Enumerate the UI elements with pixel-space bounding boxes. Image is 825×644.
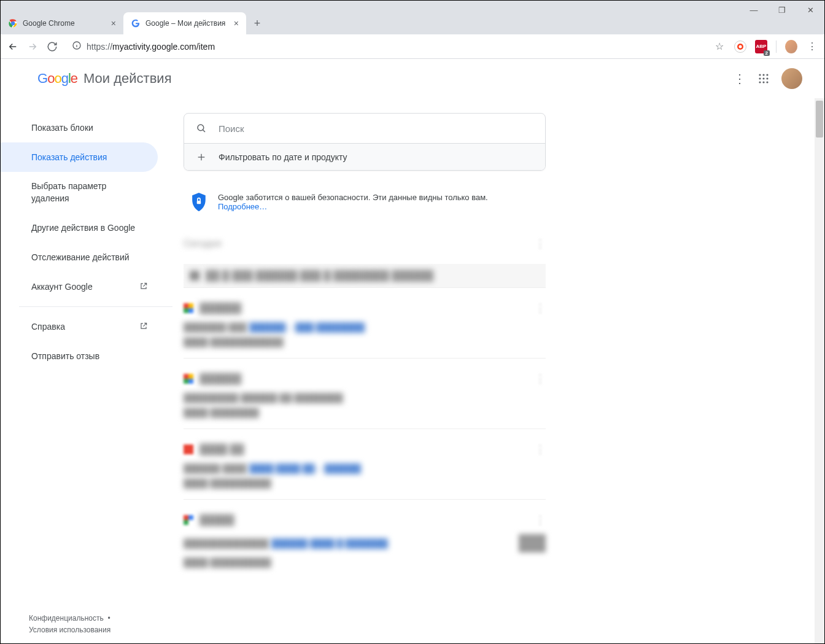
sidebar-item-delete-option[interactable]: Выбрать параметр удаления: [1, 172, 158, 213]
svg-point-11: [762, 77, 764, 79]
sidebar-item-tracking[interactable]: Отслеживание действий: [1, 242, 158, 272]
chrome-profile-avatar[interactable]: [785, 41, 797, 53]
plus-icon: [195, 152, 207, 162]
activity-list: Сегодня⋮ ██ █ ███ ██████ ███ █ ████████ …: [184, 237, 546, 578]
tab-title: Google – Мои действия: [145, 19, 225, 28]
adblock-extension-icon[interactable]: ABP2: [755, 41, 767, 53]
separator: [776, 41, 777, 53]
yandex-extension-icon[interactable]: [734, 41, 746, 53]
footer-links: Конфиденциальность • Условия использован…: [29, 613, 110, 636]
sidebar-item-feedback[interactable]: Отправить отзыв: [1, 341, 158, 371]
activity-item[interactable]: ████ ██⋮ ██████ ████ ████ ████ ██ – ████…: [184, 443, 546, 500]
browser-address-bar: https://myactivity.google.com/item ☆ ABP…: [1, 34, 824, 59]
page-title: Мои действия: [83, 71, 172, 87]
banner-text: Google заботится о вашей безопасности. Э…: [218, 193, 488, 202]
banner-learn-more-link[interactable]: Подробнее…: [218, 202, 267, 211]
security-banner: Google заботится о вашей безопасности. Э…: [184, 182, 546, 222]
svg-rect-26: [188, 374, 193, 379]
site-info-icon[interactable]: [72, 41, 82, 52]
shield-icon: [191, 193, 207, 211]
svg-point-6: [739, 45, 742, 48]
search-icon: [195, 123, 207, 134]
svg-rect-23: [184, 308, 188, 313]
search-input[interactable]: [219, 123, 534, 134]
account-avatar[interactable]: [781, 68, 802, 89]
sidebar-divider: [19, 306, 172, 307]
svg-point-8: [762, 74, 764, 76]
sidebar-item-help[interactable]: Справка: [1, 312, 158, 341]
app-header: Google Мои действия ⋮: [1, 59, 824, 98]
svg-rect-20: [197, 201, 201, 204]
privacy-link[interactable]: Конфиденциальность: [29, 614, 104, 623]
page-menu-icon[interactable]: ⋮: [734, 71, 746, 86]
url-bar[interactable]: https://myactivity.google.com/item: [66, 37, 706, 56]
scrollbar[interactable]: [815, 98, 824, 643]
svg-rect-28: [188, 379, 193, 384]
svg-rect-22: [188, 303, 193, 308]
chrome-favicon: [8, 18, 18, 28]
svg-rect-31: [184, 520, 188, 525]
svg-rect-25: [184, 374, 188, 379]
window-controls: — ❐ ✕: [740, 1, 824, 19]
tab-close-icon[interactable]: ×: [234, 18, 239, 28]
sidebar-item-actions[interactable]: Показать действия: [1, 142, 158, 172]
terms-link[interactable]: Условия использования: [29, 626, 110, 634]
scrollbar-thumb[interactable]: [816, 101, 823, 138]
google-apps-icon[interactable]: [758, 73, 769, 84]
activity-item[interactable]: ██████⋮ █████████ ██████ ██ ████████ ███…: [184, 372, 546, 429]
svg-line-17: [203, 130, 205, 132]
svg-point-9: [766, 74, 768, 76]
abp-badge-count: 2: [764, 50, 770, 56]
browser-tab-active[interactable]: Google – Мои действия ×: [123, 12, 246, 34]
sidebar-nav: Показать блоки Показать действия Выбрать…: [1, 98, 172, 643]
svg-rect-29: [184, 515, 188, 520]
browser-titlebar: Google Chrome × Google – Мои действия × …: [1, 1, 824, 34]
sidebar-item-google-account[interactable]: Аккаунт Google: [1, 272, 158, 301]
svg-point-10: [759, 77, 761, 79]
activity-item[interactable]: █████⋮ ██████████████ ██████ ████ █ ████…: [184, 513, 546, 578]
external-link-icon: [139, 322, 148, 332]
maximize-button[interactable]: ❐: [768, 1, 796, 19]
svg-point-13: [759, 81, 761, 83]
sidebar-item-other-actions[interactable]: Другие действия в Google: [1, 213, 158, 242]
close-window-button[interactable]: ✕: [796, 1, 824, 19]
google-favicon: [131, 18, 141, 28]
new-tab-button[interactable]: +: [249, 15, 266, 32]
activity-item[interactable]: ██ █ ███ ██████ ███ █ ████████ ██████: [184, 264, 546, 288]
search-card: Фильтровать по дате и продукту: [184, 113, 546, 171]
tab-title: Google Chrome: [23, 19, 75, 28]
svg-point-12: [766, 77, 768, 79]
url-text: https://myactivity.google.com/item: [87, 42, 215, 52]
svg-rect-30: [188, 515, 193, 520]
forward-button[interactable]: [26, 41, 39, 53]
svg-point-15: [766, 81, 768, 83]
svg-point-14: [762, 81, 764, 83]
filter-label: Фильтровать по дате и продукту: [219, 152, 347, 162]
sidebar-item-blocks[interactable]: Показать блоки: [1, 113, 158, 142]
filter-button[interactable]: Фильтровать по дате и продукту: [184, 143, 545, 170]
svg-rect-27: [184, 379, 188, 384]
chrome-menu-icon[interactable]: ⋮: [806, 41, 818, 53]
svg-rect-21: [184, 303, 188, 308]
google-logo[interactable]: Google: [37, 71, 77, 87]
tab-close-icon[interactable]: ×: [111, 18, 116, 28]
back-button[interactable]: [7, 41, 19, 53]
svg-rect-24: [188, 308, 193, 313]
reload-button[interactable]: [46, 41, 58, 53]
browser-tab[interactable]: Google Chrome ×: [1, 12, 123, 34]
activity-item[interactable]: ██████⋮ ███████ ███ ██████ – ███ ███████…: [184, 301, 546, 359]
activity-date-header: Сегодня⋮: [184, 237, 546, 250]
minimize-button[interactable]: —: [740, 1, 768, 19]
svg-point-7: [759, 74, 761, 76]
bookmark-star-icon[interactable]: ☆: [713, 41, 726, 53]
external-link-icon: [139, 282, 148, 292]
